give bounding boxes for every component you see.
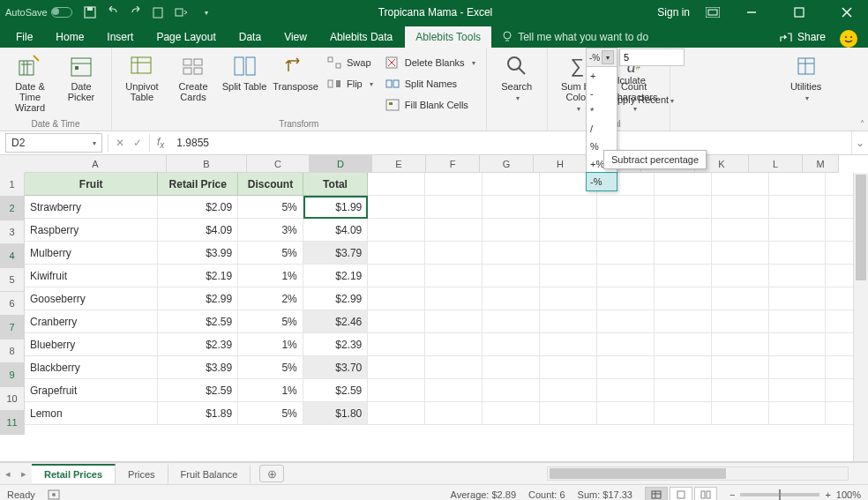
cell[interactable] [769, 242, 827, 265]
horizontal-scrollbar[interactable] [547, 466, 849, 481]
cell[interactable] [712, 173, 769, 196]
cell[interactable]: $4.09 [303, 219, 369, 242]
column-header[interactable]: C [247, 155, 310, 173]
cell[interactable] [769, 333, 827, 356]
cell[interactable]: 5% [238, 310, 303, 333]
delete-blanks-button[interactable]: Delete Blanks▾ [382, 53, 479, 72]
cell[interactable] [712, 310, 769, 333]
cell[interactable] [769, 402, 827, 425]
cell[interactable] [368, 265, 425, 287]
cell[interactable]: 2% [238, 287, 303, 310]
date-picker-button[interactable]: Date Picker [58, 51, 104, 102]
cell[interactable] [769, 219, 827, 242]
autosave-toggle[interactable]: AutoSave [5, 7, 72, 18]
calculate-label-partial[interactable]: lculate [617, 71, 674, 90]
macro-record-icon[interactable] [48, 489, 60, 500]
vertical-scrollbar[interactable] [853, 173, 868, 461]
row-header[interactable]: 6 [0, 292, 25, 316]
cell[interactable] [425, 196, 483, 219]
cell[interactable]: Blueberry [25, 333, 158, 356]
cell[interactable] [712, 287, 769, 310]
undo-icon[interactable] [106, 5, 120, 19]
cell[interactable] [769, 310, 827, 333]
tab-data[interactable]: Data [228, 26, 272, 48]
zoom-out-button[interactable]: − [730, 489, 735, 500]
cell[interactable] [425, 242, 483, 265]
cell[interactable] [483, 333, 540, 356]
cell[interactable] [655, 196, 712, 219]
cell[interactable] [712, 242, 769, 265]
cell[interactable] [483, 219, 540, 242]
cell[interactable]: $3.99 [158, 242, 238, 265]
cell[interactable] [540, 219, 597, 242]
cell[interactable]: $2.46 [303, 310, 369, 333]
cell[interactable] [483, 242, 540, 265]
column-header[interactable]: M [803, 155, 839, 173]
cell[interactable] [368, 379, 425, 402]
cell[interactable]: $2.59 [158, 379, 238, 402]
share-button[interactable]: Share [773, 26, 833, 48]
cell[interactable]: 1% [238, 333, 303, 356]
cell[interactable] [712, 196, 769, 219]
calc-option[interactable]: + [587, 67, 617, 85]
qat-chevron-icon[interactable]: ▾ [199, 5, 213, 19]
cell[interactable] [655, 379, 712, 402]
column-header[interactable]: H [534, 155, 587, 173]
search-button[interactable]: Search▾ [494, 51, 540, 104]
cancel-formula-icon[interactable]: ✕ [116, 137, 124, 149]
cell[interactable] [597, 310, 655, 333]
cell[interactable]: $2.99 [158, 287, 238, 310]
tell-me[interactable]: Tell me what you want to do [493, 26, 657, 48]
cell[interactable] [655, 219, 712, 242]
row-header[interactable]: 10 [0, 387, 25, 411]
signin-link[interactable]: Sign in [657, 6, 690, 19]
row-header[interactable]: 2 [0, 197, 25, 220]
sheet-tab[interactable]: Retail Prices [32, 464, 116, 483]
calculate-operation-dropdown[interactable]: -%▾ +-*/%+%-% [586, 48, 617, 191]
zoom-level[interactable]: 100% [836, 489, 861, 500]
cell[interactable]: $1.99 [303, 196, 369, 219]
cell[interactable]: 1% [238, 379, 303, 402]
cell[interactable] [425, 402, 483, 425]
enter-formula-icon[interactable]: ✓ [133, 137, 142, 149]
cell[interactable] [655, 242, 712, 265]
cell[interactable] [597, 356, 655, 379]
cell[interactable] [368, 242, 425, 265]
tab-ablebits-tools[interactable]: Ablebits Tools [405, 26, 491, 48]
create-cards-button[interactable]: Create Cards [170, 51, 216, 102]
cell[interactable] [483, 265, 540, 287]
select-all-triangle[interactable] [0, 155, 26, 174]
cell[interactable]: 5% [238, 356, 303, 379]
sheet-tab[interactable]: Prices [116, 464, 168, 483]
page-break-view-button[interactable] [694, 487, 717, 500]
calc-option[interactable]: * [587, 102, 617, 120]
cell[interactable]: Mulberry [25, 242, 158, 265]
cell[interactable] [597, 402, 655, 425]
touch-mode-icon[interactable] [175, 5, 189, 19]
ribbon-display-icon[interactable] [706, 7, 720, 18]
cell[interactable]: $3.89 [158, 356, 238, 379]
cell[interactable] [769, 356, 827, 379]
cell[interactable] [540, 333, 597, 356]
column-header[interactable]: G [480, 155, 534, 173]
cell[interactable] [483, 173, 540, 196]
cell[interactable] [655, 265, 712, 287]
close-button[interactable] [831, 0, 863, 25]
cell[interactable] [368, 356, 425, 379]
column-header[interactable]: D [310, 155, 372, 173]
tab-page-layout[interactable]: Page Layout [146, 26, 226, 48]
row-header[interactable]: 4 [0, 244, 25, 268]
cell[interactable] [712, 379, 769, 402]
cell[interactable] [483, 402, 540, 425]
new-sheet-icon[interactable] [152, 5, 166, 19]
cell[interactable] [425, 287, 483, 310]
cell[interactable] [769, 196, 827, 219]
zoom-in-button[interactable]: + [825, 489, 830, 500]
cell[interactable] [540, 196, 597, 219]
cell[interactable] [769, 265, 827, 287]
fx-icon[interactable]: fx [150, 136, 171, 150]
cell[interactable]: $2.39 [158, 333, 238, 356]
cell[interactable] [540, 265, 597, 287]
tab-file[interactable]: File [5, 26, 43, 48]
maximize-button[interactable] [783, 0, 815, 25]
